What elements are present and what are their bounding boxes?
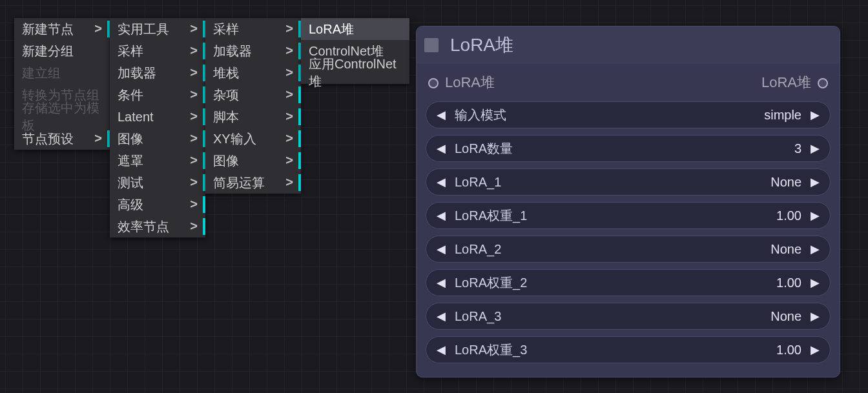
triangle-left-icon[interactable]: ◀ [437,108,446,122]
menu-label: 采样 [118,43,143,60]
widget-label: 输入模式 [455,106,764,124]
menu-item-new-node[interactable]: 新建节点 > [14,18,110,40]
menu-label: 节点预设 [22,130,74,148]
port-dot-icon [818,78,828,88]
chevron-right-icon: > [190,153,198,168]
menu-item[interactable]: 遮罩> [110,150,205,172]
widget-value: 1.00 [776,276,801,290]
menu-label: 简易运算 [213,174,265,192]
chevron-right-icon: > [190,131,198,146]
menu-item[interactable]: 图像> [110,128,205,150]
triangle-left-icon[interactable]: ◀ [437,141,446,156]
chevron-right-icon: > [285,153,293,168]
widget-label: LoRA_1 [455,175,770,190]
menu-item-create-group: 建立组 [14,62,110,84]
menu-item[interactable]: 杂项> [205,84,301,106]
widget-lora-weight-3[interactable]: ◀ LoRA权重_3 1.00 ▶ [426,336,831,363]
triangle-right-icon[interactable]: ▶ [811,343,820,357]
menu-item[interactable]: 采样> [205,18,301,40]
triangle-right-icon[interactable]: ▶ [811,309,820,323]
menu-item[interactable]: 加载器> [205,40,301,62]
widget-lora-count[interactable]: ◀ LoRA数量 3 ▶ [426,135,831,162]
menu-item[interactable]: 图像> [205,150,301,172]
widget-lora-weight-1[interactable]: ◀ LoRA权重_1 1.00 ▶ [426,202,831,229]
menu-item[interactable]: 实用工具> [110,18,205,40]
widget-lora-2[interactable]: ◀ LoRA_2 None ▶ [426,236,831,263]
chevron-right-icon: > [190,65,198,80]
menu-item-lora-stack[interactable]: LoRA堆 [301,18,409,40]
chevron-right-icon: > [190,109,198,124]
submenu-indicator [298,86,301,103]
triangle-left-icon[interactable]: ◀ [437,175,446,189]
menu-item-apply-controlnet-stack[interactable]: 应用ControlNet堆 [301,62,409,84]
menu-label: 条件 [118,86,143,104]
menu-label: 效率节点 [118,218,169,236]
node-io-row: LoRA堆 LoRA堆 [417,64,840,99]
submenu-indicator [298,174,301,191]
node-lora-stack[interactable]: LoRA堆 LoRA堆 LoRA堆 ◀ 输入模式 simple ▶ ◀ LoRA… [416,26,840,378]
triangle-left-icon[interactable]: ◀ [437,208,446,223]
chevron-right-icon: > [190,175,198,190]
widget-lora-3[interactable]: ◀ LoRA_3 None ▶ [426,303,831,330]
menu-item[interactable]: Latent> [110,106,205,128]
chevron-right-icon: > [285,131,293,146]
node-body: ◀ 输入模式 simple ▶ ◀ LoRA数量 3 ▶ ◀ LoRA_1 No… [417,99,840,376]
node-input-port[interactable]: LoRA堆 [428,73,495,92]
menu-item[interactable]: 测试> [110,172,205,194]
chevron-right-icon: > [190,21,198,36]
context-menu-col-1: 新建节点 > 新建分组 建立组 转换为节点组 存储选中为模板 节点预设 > [14,18,110,150]
collapse-toggle-icon[interactable] [424,38,439,52]
menu-item-save-template: 存储选中为模板 [14,106,110,128]
context-menu-col-4: LoRA堆 ControlNet堆 应用ControlNet堆 [301,18,409,84]
triangle-right-icon[interactable]: ▶ [811,276,820,290]
menu-item[interactable]: 堆栈> [205,62,301,84]
context-menu-col-2: 实用工具> 采样> 加载器> 条件> Latent> 图像> 遮罩> 测试> 高… [110,18,205,237]
chevron-right-icon: > [285,175,293,190]
menu-item[interactable]: 简易运算> [205,172,301,194]
menu-item-new-group[interactable]: 新建分组 [14,40,110,62]
menu-label: 加载器 [118,65,156,82]
widget-value: None [770,175,801,190]
chevron-right-icon: > [285,65,293,80]
widget-lora-1[interactable]: ◀ LoRA_1 None ▶ [426,168,831,196]
widget-value: None [770,309,801,324]
menu-item[interactable]: 高级> [110,194,205,216]
menu-item[interactable]: 效率节点> [110,216,205,237]
menu-label: 加载器 [213,43,252,60]
menu-label: 脚本 [213,108,239,126]
widget-label: LoRA权重_2 [455,274,776,292]
node-input-label: LoRA堆 [445,74,495,90]
triangle-left-icon[interactable]: ◀ [437,343,446,357]
triangle-right-icon[interactable]: ▶ [811,108,820,122]
menu-item[interactable]: 采样> [110,40,205,62]
node-header[interactable]: LoRA堆 [417,26,840,64]
triangle-right-icon[interactable]: ▶ [811,208,820,223]
triangle-right-icon[interactable]: ▶ [811,242,820,256]
menu-label: 遮罩 [118,152,143,170]
menu-label: 新建分组 [22,43,74,60]
widget-value: 1.00 [776,343,801,358]
triangle-right-icon[interactable]: ▶ [811,141,820,156]
menu-item-node-preset[interactable]: 节点预设 > [14,128,110,150]
menu-item[interactable]: 条件> [110,84,205,106]
menu-item[interactable]: 加载器> [110,62,205,84]
triangle-left-icon[interactable]: ◀ [437,309,446,323]
submenu-indicator [203,196,205,213]
node-output-label: LoRA堆 [761,74,811,90]
chevron-right-icon: > [285,43,293,58]
menu-label: 堆栈 [213,65,239,82]
widget-input-mode[interactable]: ◀ 输入模式 simple ▶ [426,101,831,128]
menu-label: 图像 [213,152,239,170]
triangle-left-icon[interactable]: ◀ [437,276,446,290]
node-output-port[interactable]: LoRA堆 [761,73,828,92]
widget-label: LoRA数量 [455,140,794,157]
menu-item[interactable]: XY输入> [205,128,301,150]
triangle-left-icon[interactable]: ◀ [437,242,446,256]
triangle-right-icon[interactable]: ▶ [811,175,820,189]
widget-value: 1.00 [776,208,801,223]
widget-label: LoRA权重_1 [455,207,776,225]
widget-lora-weight-2[interactable]: ◀ LoRA权重_2 1.00 ▶ [426,269,831,296]
widget-label: LoRA_2 [455,242,770,257]
widget-label: LoRA_3 [455,309,770,324]
menu-item[interactable]: 脚本> [205,106,301,128]
